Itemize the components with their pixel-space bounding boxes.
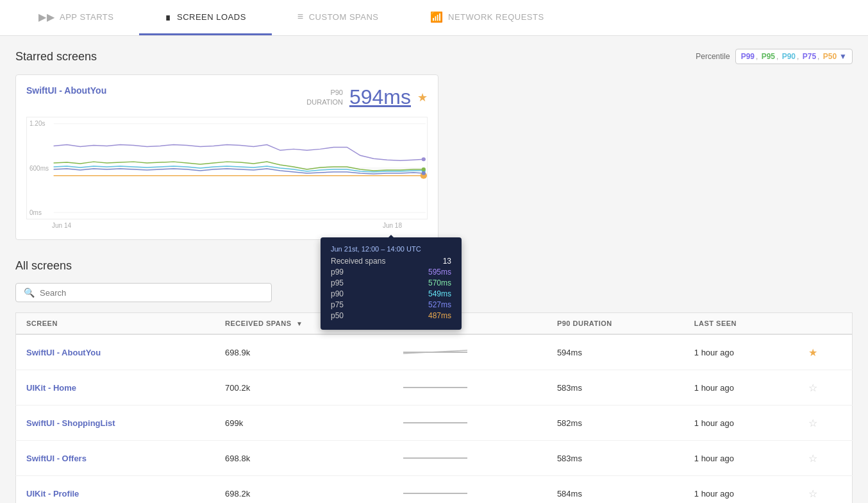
- nav-item-network-requests[interactable]: 📶 NETWORK REQUESTS: [405, 0, 570, 35]
- main-content: Starred screens Percentile P99, P95, P90…: [0, 36, 868, 503]
- cell-p90-duration: 594ms: [547, 334, 684, 370]
- cell-screen: SwiftUI - Offers: [16, 441, 215, 476]
- cell-screen: UIKit - Home: [16, 370, 215, 405]
- p90-label: P90: [782, 52, 796, 61]
- screens-table: SCREEN RECEIVED SPANS ▼ P90 TREND P90 DU…: [15, 312, 853, 503]
- nav-item-screen-loads[interactable]: ∎ SCREEN LOADS: [139, 0, 271, 35]
- trend-container: [403, 448, 537, 468]
- nav-item-app-starts[interactable]: ▶▶ APP STARTS: [13, 0, 139, 35]
- tooltip-p50-row: p50 487ms: [331, 311, 451, 320]
- cell-received-spans: 699k: [215, 405, 393, 441]
- star-empty-icon[interactable]: ☆: [808, 382, 817, 393]
- trend-svg: [403, 486, 467, 501]
- cell-p90-duration: 583ms: [547, 441, 684, 476]
- table-row: SwiftUI - Offers 698.8k 583ms 1 hour ago…: [16, 441, 853, 476]
- x-label-jun14: Jun 14: [52, 222, 71, 229]
- star-empty-icon[interactable]: ☆: [808, 488, 817, 499]
- tooltip-p95-label: p95: [331, 278, 344, 287]
- nav-item-screen-loads-label: SCREEN LOADS: [177, 12, 246, 22]
- search-container: 🔍: [15, 283, 272, 302]
- tooltip-received-spans-label: Received spans: [331, 257, 385, 266]
- trend-container: [403, 343, 537, 362]
- tooltip-p90-row: p90 549ms: [331, 289, 451, 298]
- col-p90-duration: P90 DURATION: [547, 313, 684, 335]
- screen-link[interactable]: SwiftUI - Offers: [26, 454, 87, 463]
- chart-tooltip: Jun 21st, 12:00 – 14:00 UTC Received spa…: [321, 237, 462, 330]
- star-empty-icon[interactable]: ☆: [808, 453, 817, 464]
- tooltip-p90-value: 549ms: [428, 289, 451, 298]
- cell-star: ☆: [798, 476, 852, 504]
- nav-item-app-starts-label: APP STARTS: [60, 12, 113, 22]
- tooltip-p95-row: p95 570ms: [331, 278, 451, 287]
- tooltip-p75-row: p75 527ms: [331, 300, 451, 309]
- app-starts-icon: ▶▶: [38, 11, 54, 23]
- y-label-top: 1.20s: [29, 120, 49, 127]
- nav-item-custom-spans[interactable]: ≡ CUSTOM SPANS: [272, 0, 405, 35]
- starred-screens-header: Starred screens Percentile P99, P95, P90…: [15, 49, 853, 64]
- cell-received-spans: 698.9k: [215, 334, 393, 370]
- tooltip-p99-label: p99: [331, 268, 344, 277]
- starred-screen-card: SwiftUI - AboutYou P90DURATION 594ms ★ 1…: [15, 74, 438, 240]
- col-last-seen: LAST SEEN: [684, 313, 798, 335]
- star-empty-icon[interactable]: ☆: [808, 418, 817, 429]
- svg-point-7: [422, 171, 426, 175]
- p75-label: P75: [803, 52, 816, 61]
- nav-item-network-requests-label: NETWORK REQUESTS: [448, 12, 544, 22]
- svg-point-6: [422, 157, 426, 161]
- nav-item-custom-spans-label: CUSTOM SPANS: [309, 12, 379, 22]
- star-filled-icon[interactable]: ★: [808, 347, 817, 358]
- cell-star: ☆: [798, 441, 852, 476]
- starred-screens-title: Starred screens: [15, 50, 97, 64]
- percentile-values: P99, P95, P90, P75, P50: [741, 52, 837, 61]
- cell-last-seen: 1 hour ago: [684, 476, 798, 504]
- screen-link[interactable]: UIKit - Home: [26, 383, 76, 393]
- percentile-dropdown[interactable]: P99, P95, P90, P75, P50 ▼: [735, 49, 853, 64]
- tooltip-p75-label: p75: [331, 300, 344, 309]
- cell-screen: SwiftUI - ShoppingList: [16, 405, 215, 441]
- tooltip-p90-label: p90: [331, 289, 344, 298]
- starred-screen-name: SwiftUI - AboutYou: [26, 85, 106, 96]
- percentile-label: Percentile: [696, 52, 730, 61]
- sort-icon: ▼: [296, 320, 303, 327]
- network-requests-icon: 📶: [430, 11, 444, 23]
- starred-star-icon[interactable]: ★: [417, 90, 428, 105]
- cell-received-spans: 698.8k: [215, 441, 393, 476]
- screens-table-body: SwiftUI - AboutYou 698.9k 594ms 1 hour a…: [16, 334, 853, 503]
- table-row: SwiftUI - AboutYou 698.9k 594ms 1 hour a…: [16, 334, 853, 370]
- cell-star: ★: [798, 334, 852, 370]
- y-label-mid: 600ms: [29, 165, 49, 172]
- cell-p90-trend: [393, 476, 547, 504]
- top-navigation: ▶▶ APP STARTS ∎ SCREEN LOADS ≡ CUSTOM SP…: [0, 0, 868, 36]
- cell-p90-trend: [393, 334, 547, 370]
- screen-link[interactable]: UIKit - Profile: [26, 489, 79, 499]
- trend-svg: [403, 345, 467, 360]
- svg-point-5: [422, 167, 426, 171]
- cell-last-seen: 1 hour ago: [684, 334, 798, 370]
- cell-p90-trend: [393, 405, 547, 441]
- p99-label: P99: [741, 52, 755, 61]
- table-row: UIKit - Profile 698.2k 584ms 1 hour ago …: [16, 476, 853, 504]
- y-label-bottom: 0ms: [29, 209, 49, 216]
- card-header: SwiftUI - AboutYou P90DURATION 594ms ★: [26, 85, 428, 109]
- cell-p90-duration: 584ms: [547, 476, 684, 504]
- chart-svg: [27, 117, 427, 219]
- screen-link[interactable]: SwiftUI - ShoppingList: [26, 418, 115, 428]
- chart-y-labels: 1.20s 600ms 0ms: [27, 117, 51, 219]
- tooltip-p95-value: 570ms: [428, 278, 451, 287]
- duration-value: 594ms: [349, 85, 411, 109]
- trend-svg: [403, 450, 467, 466]
- cell-screen: UIKit - Profile: [16, 476, 215, 504]
- cell-p90-trend: [393, 370, 547, 405]
- cell-p90-duration: 582ms: [547, 405, 684, 441]
- table-row: UIKit - Home 700.2k 583ms 1 hour ago ☆: [16, 370, 853, 405]
- screen-link[interactable]: SwiftUI - AboutYou: [26, 348, 101, 357]
- chart-x-labels: Jun 14 Jun 18: [26, 219, 428, 229]
- tooltip-p50-label: p50: [331, 311, 344, 320]
- tooltip-received-spans-value: 13: [443, 257, 451, 266]
- search-input[interactable]: [40, 288, 263, 298]
- cell-last-seen: 1 hour ago: [684, 405, 798, 441]
- tooltip-p50-value: 487ms: [428, 311, 451, 320]
- cell-star: ☆: [798, 370, 852, 405]
- cell-star: ☆: [798, 405, 852, 441]
- cell-received-spans: 700.2k: [215, 370, 393, 405]
